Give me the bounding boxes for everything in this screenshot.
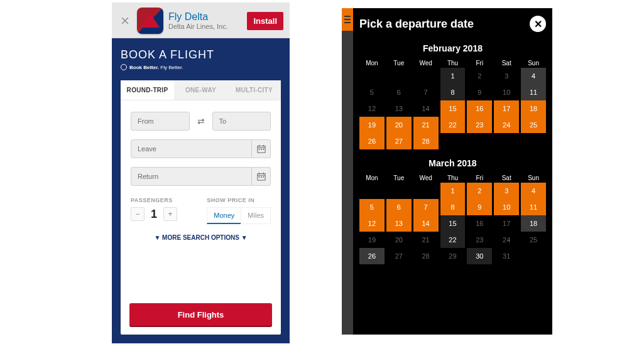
day-cell[interactable]: 2 bbox=[467, 183, 492, 199]
leave-calendar-button[interactable] bbox=[252, 139, 271, 158]
delta-booking-panel: Fly Delta Delta Air Lines, Inc. Install … bbox=[112, 3, 290, 343]
day-cell[interactable]: 13 bbox=[386, 215, 412, 232]
day-cell[interactable]: 11 bbox=[521, 199, 546, 215]
passenger-increment[interactable]: + bbox=[163, 207, 177, 221]
price-tab-money[interactable]: Money bbox=[207, 207, 241, 224]
day-cell[interactable]: 1 bbox=[440, 183, 466, 199]
day-cell[interactable]: 23 bbox=[467, 232, 492, 248]
day-cell[interactable]: 24 bbox=[494, 232, 519, 248]
return-row: Return bbox=[131, 167, 271, 186]
more-options-toggle[interactable]: ▼ MORE SEARCH OPTIONS ▼ bbox=[131, 234, 271, 241]
day-cell[interactable]: 21 bbox=[413, 232, 439, 248]
from-to-row: From ⇄ To bbox=[131, 112, 271, 131]
price-tab-miles[interactable]: Miles bbox=[241, 207, 271, 224]
month-title: February 2018 bbox=[359, 43, 546, 53]
weekday-row: MonTueWedThuFriSatSun bbox=[359, 58, 546, 68]
return-calendar-button[interactable] bbox=[252, 167, 271, 186]
day-cell[interactable]: 13 bbox=[386, 100, 412, 117]
day-cell[interactable]: 7 bbox=[413, 84, 439, 100]
day-cell[interactable]: 18 bbox=[521, 215, 546, 232]
day-cell[interactable]: 14 bbox=[413, 100, 439, 117]
from-input[interactable]: From bbox=[131, 112, 190, 131]
swap-icon[interactable]: ⇄ bbox=[194, 116, 209, 126]
day-cell[interactable]: 19 bbox=[359, 117, 385, 133]
day-cell[interactable]: 21 bbox=[413, 117, 439, 133]
day-cell[interactable]: 27 bbox=[386, 133, 412, 149]
tagline-bold: Book Better. bbox=[129, 65, 159, 70]
day-cell[interactable]: 3 bbox=[494, 183, 519, 199]
day-cell[interactable]: 26 bbox=[359, 133, 385, 149]
day-cell[interactable]: 17 bbox=[494, 100, 519, 117]
booking-body: BOOK A FLIGHT Book Better. Fly Better. R… bbox=[112, 38, 290, 343]
close-icon[interactable]: ✕ bbox=[530, 16, 546, 32]
day-cell[interactable]: 14 bbox=[413, 215, 439, 232]
week-row: 262728293031 bbox=[359, 248, 546, 264]
day-cell[interactable]: 20 bbox=[386, 117, 412, 133]
day-cell[interactable]: 28 bbox=[413, 133, 439, 149]
tab-round-trip[interactable]: ROUND-TRIP bbox=[121, 80, 174, 100]
day-cell[interactable]: 30 bbox=[467, 248, 492, 264]
day-cell[interactable]: 2 bbox=[467, 68, 492, 84]
day-cell[interactable]: 12 bbox=[359, 215, 385, 232]
day-cell[interactable]: 26 bbox=[359, 248, 385, 264]
day-cell[interactable]: 22 bbox=[440, 232, 466, 248]
find-flights-button[interactable]: Find Flights bbox=[129, 303, 272, 326]
month-title: March 2018 bbox=[359, 158, 546, 168]
day-cell[interactable]: 3 bbox=[494, 68, 519, 84]
install-button[interactable]: Install bbox=[247, 12, 283, 30]
price-col: SHOW PRICE IN Money Miles bbox=[207, 197, 271, 224]
trip-type-tabs: ROUND-TRIP ONE-WAY MULTI-CITY bbox=[121, 80, 281, 100]
day-cell[interactable]: 22 bbox=[440, 117, 466, 133]
app-icon bbox=[137, 8, 163, 34]
tab-multi-city[interactable]: MULTI-CITY bbox=[227, 80, 281, 100]
day-cell[interactable]: 9 bbox=[467, 84, 492, 100]
day-cell[interactable]: 15 bbox=[440, 100, 466, 117]
day-cell[interactable]: 5 bbox=[359, 84, 385, 100]
leave-input[interactable]: Leave bbox=[131, 139, 252, 158]
date-picker-panel: Pick a departure date ✕ February 2018Mon… bbox=[342, 8, 552, 335]
day-cell[interactable]: 1 bbox=[440, 68, 466, 84]
page-title: BOOK A FLIGHT bbox=[121, 48, 281, 62]
day-cell[interactable]: 17 bbox=[494, 215, 519, 232]
calendar-icon bbox=[257, 172, 266, 181]
day-cell[interactable]: 16 bbox=[467, 215, 492, 232]
day-cell[interactable]: 25 bbox=[521, 117, 546, 133]
close-icon[interactable] bbox=[118, 14, 132, 28]
day-cell[interactable]: 16 bbox=[467, 100, 492, 117]
menu-icon[interactable] bbox=[342, 8, 353, 31]
banner-text: Fly Delta Delta Air Lines, Inc. bbox=[168, 11, 242, 30]
day-cell[interactable]: 12 bbox=[359, 100, 385, 117]
day-cell[interactable]: 20 bbox=[386, 232, 412, 248]
day-cell[interactable]: 31 bbox=[494, 248, 519, 264]
day-cell[interactable]: 29 bbox=[440, 248, 466, 264]
week-row: 19202122232425 bbox=[359, 232, 546, 248]
day-cell[interactable]: 8 bbox=[440, 199, 466, 215]
day-cell[interactable]: 6 bbox=[386, 199, 412, 215]
day-cell[interactable]: 28 bbox=[413, 248, 439, 264]
day-cell[interactable]: 19 bbox=[359, 232, 385, 248]
day-cell[interactable]: 4 bbox=[521, 68, 546, 84]
day-cell[interactable]: 6 bbox=[386, 84, 412, 100]
day-cell[interactable]: 15 bbox=[440, 215, 466, 232]
day-cell[interactable]: 4 bbox=[521, 183, 546, 199]
weekday-label: Wed bbox=[413, 58, 439, 68]
day-cell[interactable]: 5 bbox=[359, 199, 385, 215]
day-cell[interactable]: 25 bbox=[521, 232, 546, 248]
day-cell[interactable]: 8 bbox=[440, 84, 466, 100]
day-cell[interactable]: 27 bbox=[386, 248, 412, 264]
svg-rect-13 bbox=[263, 176, 264, 178]
day-cell[interactable]: 24 bbox=[494, 117, 519, 133]
day-cell[interactable]: 18 bbox=[521, 100, 546, 117]
to-input[interactable]: To bbox=[212, 112, 271, 131]
svg-rect-11 bbox=[258, 176, 259, 178]
day-cell[interactable]: 10 bbox=[494, 84, 519, 100]
day-cell[interactable]: 9 bbox=[467, 199, 492, 215]
passenger-decrement[interactable]: − bbox=[131, 207, 145, 221]
day-cell[interactable]: 23 bbox=[467, 117, 492, 133]
day-cell[interactable]: 10 bbox=[494, 199, 519, 215]
day-cell[interactable]: 11 bbox=[521, 84, 546, 100]
passenger-count: 1 bbox=[148, 208, 160, 221]
tab-one-way[interactable]: ONE-WAY bbox=[174, 80, 227, 100]
return-input[interactable]: Return bbox=[131, 167, 252, 186]
day-cell[interactable]: 7 bbox=[413, 199, 439, 215]
